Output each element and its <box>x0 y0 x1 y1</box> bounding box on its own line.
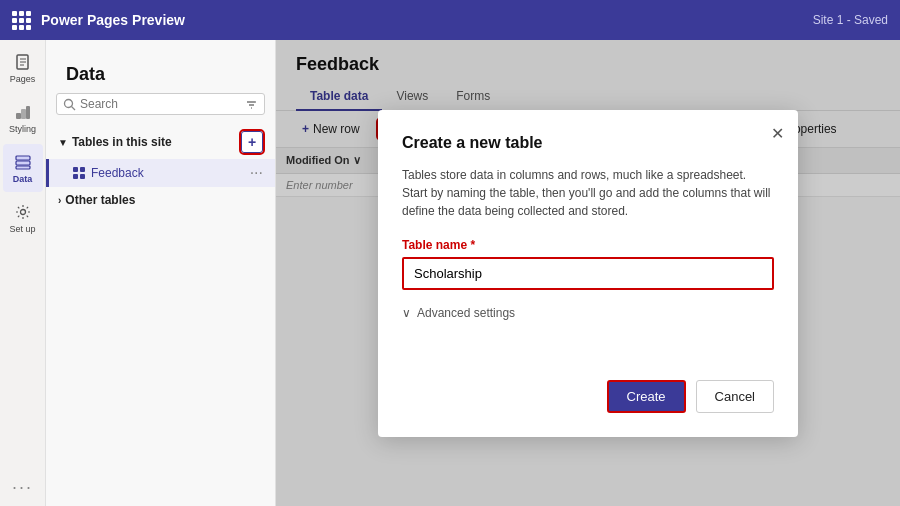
table-name-field: Table name * <box>402 238 774 290</box>
app-grid-icon[interactable] <box>12 11 31 30</box>
main-layout: Pages Styling Data Set up ··· <box>0 40 900 506</box>
svg-rect-7 <box>16 156 30 160</box>
other-tables-label: Other tables <box>65 193 135 207</box>
search-icon <box>63 98 76 111</box>
add-table-button[interactable]: + <box>241 131 263 153</box>
chevron-right-icon: › <box>58 195 61 206</box>
sidebar-label-styling: Styling <box>9 124 36 134</box>
modal-close-button[interactable]: ✕ <box>771 124 784 143</box>
table-item-feedback[interactable]: Feedback ··· <box>46 159 275 187</box>
search-bar[interactable] <box>56 93 265 115</box>
tables-this-site-label: Tables in this site <box>72 135 172 149</box>
table-name-feedback: Feedback <box>91 166 244 180</box>
other-tables-header[interactable]: › Other tables <box>46 187 275 213</box>
modal-overlay: Create a new table ✕ Tables store data i… <box>276 40 900 506</box>
sidebar-item-data[interactable]: Data <box>3 144 43 192</box>
svg-point-11 <box>65 99 73 107</box>
sidebar-item-setup[interactable]: Set up <box>3 194 43 242</box>
site-info: Site 1 - Saved <box>813 13 888 27</box>
sidebar-item-pages[interactable]: Pages <box>3 44 43 92</box>
page-icon <box>14 53 32 71</box>
svg-line-12 <box>72 106 76 110</box>
svg-rect-6 <box>26 106 30 119</box>
chevron-down-icon: ▼ <box>58 137 68 148</box>
svg-rect-5 <box>21 109 26 119</box>
app-title: Power Pages Preview <box>41 12 185 28</box>
filter-icon[interactable] <box>245 98 258 111</box>
table-grid-icon <box>73 167 85 179</box>
modal-description: Tables store data in columns and rows, m… <box>402 166 774 220</box>
sidebar-label-setup: Set up <box>9 224 35 234</box>
setup-icon <box>14 203 32 221</box>
sidebar-item-styling[interactable]: Styling <box>3 94 43 142</box>
modal-title: Create a new table <box>402 134 774 152</box>
table-more-icon[interactable]: ··· <box>250 164 263 182</box>
chevron-down-adv: ∨ <box>402 306 411 320</box>
data-icon <box>14 153 32 171</box>
table-name-input[interactable] <box>402 257 774 290</box>
sidebar-label-pages: Pages <box>10 74 36 84</box>
table-name-label: Table name * <box>402 238 774 252</box>
left-panel: Data ▼ Tables in this site + <box>46 40 276 506</box>
svg-rect-9 <box>16 166 30 169</box>
more-options[interactable]: ··· <box>12 477 33 498</box>
main-area: Feedback Table data Views Forms + New ro… <box>276 40 900 506</box>
sidebar-label-data: Data <box>13 174 33 184</box>
advanced-settings-toggle[interactable]: ∨ Advanced settings <box>402 306 774 320</box>
svg-rect-4 <box>16 113 21 119</box>
styling-icon <box>14 103 32 121</box>
advanced-settings-label: Advanced settings <box>417 306 515 320</box>
modal-footer: Create Cancel <box>402 380 774 413</box>
add-button-label: + <box>248 134 256 150</box>
cancel-button[interactable]: Cancel <box>696 380 774 413</box>
svg-point-10 <box>20 209 25 214</box>
panel-title: Data <box>66 64 255 85</box>
tables-this-site-header[interactable]: ▼ Tables in this site + <box>46 125 275 159</box>
svg-rect-8 <box>16 161 30 165</box>
create-table-modal: Create a new table ✕ Tables store data i… <box>378 110 798 437</box>
icon-sidebar: Pages Styling Data Set up ··· <box>0 40 46 506</box>
create-button[interactable]: Create <box>607 380 686 413</box>
topbar: Power Pages Preview Site 1 - Saved <box>0 0 900 40</box>
search-input[interactable] <box>80 97 241 111</box>
